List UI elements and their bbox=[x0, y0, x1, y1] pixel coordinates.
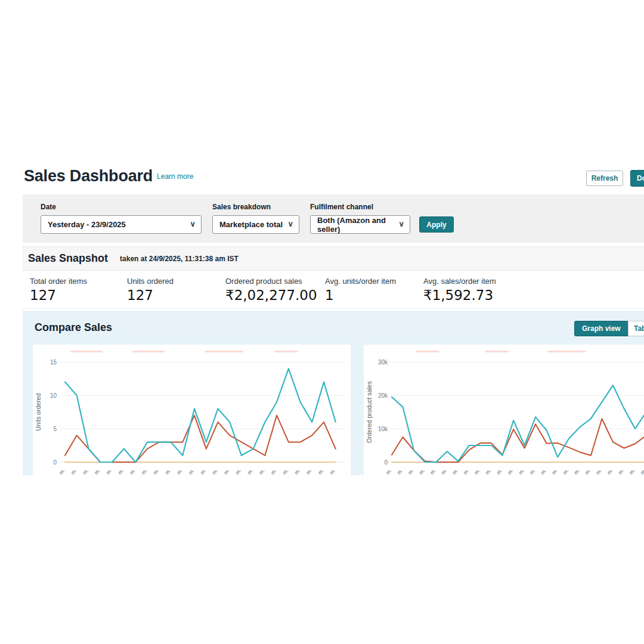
metric-ordered-product-sales: Ordered product sales ₹2,02,277.00 bbox=[225, 277, 317, 303]
svg-text:m.: m. bbox=[128, 467, 137, 475]
clipped-legend-fragment bbox=[416, 351, 439, 352]
sales-breakdown-select-value: Marketplace total bbox=[219, 220, 283, 229]
svg-text:m.: m. bbox=[81, 467, 89, 475]
graph-view-button[interactable]: Graph view bbox=[574, 321, 628, 336]
snapshot-timestamp: taken at 24/9/2025, 11:31:38 am IST bbox=[120, 255, 239, 263]
metric-avg-units-order-item: Avg. units/order item 1 bbox=[325, 277, 396, 303]
svg-text:10k: 10k bbox=[378, 426, 388, 432]
svg-text:m.: m. bbox=[258, 467, 266, 475]
svg-text:m.: m. bbox=[199, 467, 208, 475]
svg-text:m.: m. bbox=[562, 467, 570, 475]
units-ordered-line-chart: 051015Units orderedm.m.m.m.m.m.m.m.m.m.m… bbox=[33, 345, 351, 475]
metric-label: Units ordered bbox=[127, 277, 174, 286]
metric-units-ordered: Units ordered 127 bbox=[127, 277, 174, 303]
svg-text:m.: m. bbox=[105, 467, 113, 475]
metric-label: Ordered product sales bbox=[225, 277, 317, 286]
svg-text:20k: 20k bbox=[378, 392, 388, 399]
svg-text:m.: m. bbox=[550, 467, 559, 475]
metric-value: ₹2,02,277.00 bbox=[225, 287, 317, 303]
svg-text:m.: m. bbox=[70, 467, 78, 475]
sales-breakdown-select[interactable]: Marketplace total ∨ bbox=[212, 215, 299, 234]
ordered-product-sales-chart-card: 010k20k30kOrdered product salesm.m.m.m.m… bbox=[364, 345, 644, 475]
svg-text:m.: m. bbox=[484, 467, 493, 475]
svg-text:m.: m. bbox=[528, 467, 537, 475]
svg-text:m.: m. bbox=[152, 467, 160, 475]
svg-text:m.: m. bbox=[451, 467, 459, 475]
metric-value: 127 bbox=[30, 287, 87, 303]
svg-text:m.: m. bbox=[270, 467, 278, 475]
clipped-legend-fragment bbox=[547, 351, 586, 352]
table-view-button[interactable]: Table view bbox=[628, 321, 644, 336]
svg-text:0: 0 bbox=[384, 459, 388, 466]
svg-text:m.: m. bbox=[293, 467, 301, 475]
download-button[interactable]: Download bbox=[630, 170, 644, 187]
metric-total-order-items: Total order items 127 bbox=[30, 277, 87, 303]
svg-text:m.: m. bbox=[584, 467, 592, 475]
metric-label: Avg. units/order item bbox=[325, 277, 396, 286]
svg-text:m.: m. bbox=[210, 467, 219, 475]
svg-text:m.: m. bbox=[395, 467, 404, 475]
svg-text:m.: m. bbox=[58, 467, 66, 475]
fulfilment-channel-select-value: Both (Amazon and seller) bbox=[317, 216, 394, 234]
svg-text:m.: m. bbox=[440, 467, 448, 475]
refresh-button[interactable]: Refresh bbox=[586, 171, 623, 186]
chevron-down-icon: ∨ bbox=[190, 219, 196, 228]
svg-text:m.: m. bbox=[495, 467, 503, 475]
svg-text:m.: m. bbox=[246, 467, 255, 475]
fulfilment-channel-select[interactable]: Both (Amazon and seller) ∨ bbox=[310, 215, 410, 234]
fulfilment-channel-filter-group: Fulfilment channel Both (Amazon and sell… bbox=[310, 203, 410, 234]
date-filter-label: Date bbox=[41, 203, 202, 211]
svg-text:Units ordered: Units ordered bbox=[35, 393, 42, 431]
svg-text:m.: m. bbox=[222, 467, 231, 475]
clipped-legend-fragment bbox=[132, 351, 165, 352]
metric-label: Total order items bbox=[30, 277, 87, 286]
metric-value: 1 bbox=[325, 287, 396, 303]
svg-text:m.: m. bbox=[418, 467, 426, 475]
svg-text:m.: m. bbox=[595, 467, 603, 475]
sales-dashboard-page: Sales DashboardLearn more Refresh Downlo… bbox=[0, 0, 644, 644]
svg-text:m.: m. bbox=[175, 467, 184, 475]
filter-bar: Date Yesterday - 23/9/2025 ∨ Sales break… bbox=[23, 194, 644, 243]
sales-snapshot-title: Sales Snapshot bbox=[28, 252, 108, 265]
metric-value: ₹1,592.73 bbox=[423, 287, 496, 303]
units-ordered-chart-card: 051015Units orderedm.m.m.m.m.m.m.m.m.m.m… bbox=[33, 345, 351, 475]
svg-text:m.: m. bbox=[329, 467, 337, 475]
compare-sales-section: Compare Sales Graph view Table view 0510… bbox=[23, 311, 644, 475]
metric-label: Avg. sales/order item bbox=[423, 277, 496, 286]
page-header: Sales DashboardLearn more bbox=[24, 167, 644, 191]
svg-text:m.: m. bbox=[234, 467, 243, 475]
svg-text:m.: m. bbox=[385, 467, 393, 475]
svg-text:m.: m. bbox=[628, 467, 636, 475]
svg-text:Ordered product sales: Ordered product sales bbox=[366, 381, 373, 443]
svg-text:m.: m. bbox=[572, 467, 581, 475]
clipped-legend-fragment bbox=[274, 351, 298, 352]
svg-text:m.: m. bbox=[317, 467, 325, 475]
svg-text:m.: m. bbox=[462, 467, 470, 475]
svg-text:m.: m. bbox=[617, 467, 625, 475]
sales-snapshot-header: Sales Snapshot taken at 24/9/2025, 11:31… bbox=[23, 246, 644, 271]
snapshot-metrics-row: Total order items 127 Units ordered 127 … bbox=[23, 271, 644, 309]
svg-text:m.: m. bbox=[407, 467, 415, 475]
learn-more-link[interactable]: Learn more bbox=[157, 172, 193, 181]
date-select[interactable]: Yesterday - 23/9/2025 ∨ bbox=[41, 215, 202, 234]
date-filter-group: Date Yesterday - 23/9/2025 ∨ bbox=[41, 203, 202, 234]
svg-text:m.: m. bbox=[187, 467, 196, 475]
clipped-legend-fragment bbox=[485, 351, 509, 352]
chevron-down-icon: ∨ bbox=[398, 219, 404, 228]
svg-text:m.: m. bbox=[639, 467, 644, 475]
chevron-down-icon: ∨ bbox=[287, 219, 293, 228]
fulfilment-channel-label: Fulfilment channel bbox=[310, 203, 410, 211]
svg-text:15: 15 bbox=[50, 359, 57, 366]
ordered-product-sales-line-chart: 010k20k30kOrdered product salesm.m.m.m.m… bbox=[364, 345, 644, 475]
page-title: Sales Dashboard bbox=[24, 167, 153, 185]
svg-text:m.: m. bbox=[163, 467, 172, 475]
svg-text:m.: m. bbox=[606, 467, 614, 475]
clipped-legend-fragment bbox=[205, 351, 243, 352]
metric-avg-sales-order-item: Avg. sales/order item ₹1,592.73 bbox=[423, 277, 496, 303]
date-select-value: Yesterday - 23/9/2025 bbox=[48, 220, 126, 229]
svg-text:m.: m. bbox=[517, 467, 525, 475]
svg-text:m.: m. bbox=[140, 467, 148, 475]
svg-text:0: 0 bbox=[53, 459, 57, 466]
svg-text:m.: m. bbox=[473, 467, 481, 475]
apply-button[interactable]: Apply bbox=[419, 216, 454, 233]
